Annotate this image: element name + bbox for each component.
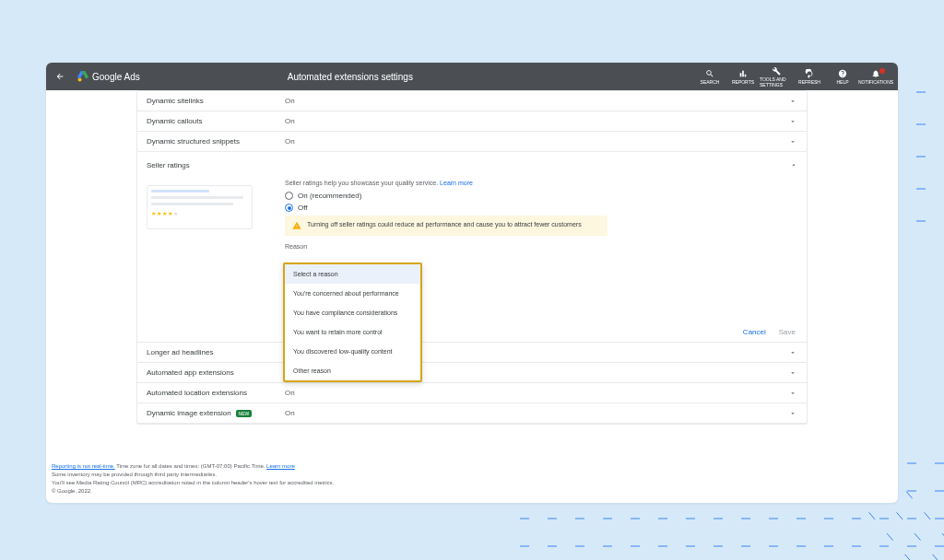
- refresh-icon: [805, 69, 814, 78]
- row-longer-ad-headlines[interactable]: Longer ad headlines On: [137, 343, 807, 363]
- row-value: On: [285, 97, 779, 105]
- svg-rect-15: [82, 71, 88, 79]
- expand-icon: [779, 118, 807, 125]
- toolbar-buttons: SEARCH REPORTS TOOLS AND SETTINGS REFRES…: [693, 66, 898, 88]
- reports-icon: [738, 69, 748, 78]
- reporting-link[interactable]: Reporting is not real-time.: [52, 463, 115, 469]
- learn-more-link[interactable]: Learn more: [440, 180, 473, 186]
- help-button[interactable]: HELP: [826, 66, 859, 88]
- row-value: On: [285, 137, 779, 146]
- search-icon: [705, 69, 714, 78]
- dropdown-option[interactable]: You want to retain more control: [285, 322, 420, 342]
- svg-rect-17: [742, 70, 744, 76]
- warning-banner: Turning off seller ratings could reduce …: [285, 216, 608, 236]
- row-label: Dynamic structured snippets: [147, 137, 240, 146]
- reason-dropdown[interactable]: Select a reason You're concerned about p…: [283, 262, 422, 382]
- footer-text: Reporting is not real-time. Time zone fo…: [52, 462, 334, 496]
- row-value: On: [285, 389, 779, 397]
- expand-icon: [779, 138, 807, 146]
- learn-more-link[interactable]: Learn more: [266, 463, 295, 469]
- dropdown-option[interactable]: You're concerned about performance: [285, 284, 420, 303]
- expand-icon: [779, 98, 807, 105]
- svg-rect-18: [745, 74, 747, 76]
- expand-icon: [779, 410, 807, 417]
- cancel-button[interactable]: Cancel: [743, 328, 766, 336]
- row-label: Dynamic sitelinks: [147, 97, 204, 105]
- dropdown-option[interactable]: You discovered low-quality content: [285, 342, 420, 361]
- row-automated-location-extensions[interactable]: Automated location extensions On: [137, 383, 807, 403]
- help-icon: [838, 69, 847, 78]
- row-label: Seller ratings: [147, 161, 285, 170]
- expand-icon: [779, 369, 807, 377]
- content-area: Dynamic sitelinks On Dynamic callouts On…: [46, 90, 898, 425]
- row-label: Automated location extensions: [147, 389, 247, 397]
- row-label: Longer ad headlines: [147, 348, 214, 356]
- row-seller-ratings-expanded: Seller ratings ★★★★★ Seller ratings help…: [137, 152, 807, 343]
- back-button[interactable]: [46, 72, 74, 81]
- expand-icon: [779, 390, 807, 397]
- collapse-icon[interactable]: [790, 161, 797, 170]
- dropdown-option-placeholder[interactable]: Select a reason: [285, 264, 420, 284]
- star-rating-icon: ★★★★★: [151, 211, 248, 216]
- row-dynamic-image-extension[interactable]: Dynamic image extension NEW On: [137, 403, 807, 424]
- svg-rect-16: [740, 73, 742, 76]
- row-value: On: [285, 117, 779, 125]
- radio-off[interactable]: Off: [285, 204, 807, 212]
- row-dynamic-sitelinks[interactable]: Dynamic sitelinks On: [137, 91, 807, 111]
- action-bar: Cancel Save: [137, 322, 807, 342]
- row-label: Dynamic image extension: [147, 409, 231, 417]
- notifications-button[interactable]: NOTIFICATIONS: [859, 66, 892, 88]
- row-dynamic-structured-snippets[interactable]: Dynamic structured snippets On: [137, 132, 807, 152]
- product-logo: Google Ads: [74, 71, 140, 82]
- radio-on[interactable]: On (recommended): [285, 192, 807, 200]
- row-dynamic-callouts[interactable]: Dynamic callouts On: [137, 111, 807, 132]
- warning-icon: [292, 221, 301, 230]
- app-shell: Google Ads Automated extensions settings…: [46, 63, 898, 503]
- save-button[interactable]: Save: [779, 328, 796, 336]
- row-automated-app-extensions[interactable]: Automated app extensions On: [137, 363, 807, 383]
- radio-icon: [285, 192, 293, 200]
- radio-icon: [285, 204, 293, 212]
- reports-button[interactable]: REPORTS: [726, 66, 760, 88]
- topbar: Google Ads Automated extensions settings…: [46, 63, 898, 90]
- expand-icon: [779, 349, 807, 356]
- wrench-icon: [772, 66, 781, 76]
- notification-badge: [879, 68, 885, 74]
- tools-settings-button[interactable]: TOOLS AND SETTINGS: [760, 66, 793, 88]
- refresh-button[interactable]: REFRESH: [793, 66, 826, 88]
- settings-list: Dynamic sitelinks On Dynamic callouts On…: [136, 90, 808, 425]
- row-label: Dynamic callouts: [147, 117, 202, 125]
- row-label: Automated app extensions: [147, 368, 234, 377]
- row-value: On: [285, 409, 779, 417]
- dropdown-option[interactable]: Other reason: [285, 361, 420, 380]
- page-title: Automated extensions settings: [288, 72, 413, 82]
- google-ads-icon: [77, 71, 88, 82]
- new-badge: NEW: [236, 410, 253, 417]
- product-name: Google Ads: [92, 72, 140, 82]
- dropdown-option[interactable]: You have compliance considerations: [285, 303, 420, 322]
- seller-ratings-preview: ★★★★★: [147, 185, 253, 229]
- search-button[interactable]: SEARCH: [693, 66, 726, 88]
- description-text: Seller ratings help you showcase your qu…: [285, 180, 807, 186]
- reason-label: Reason: [285, 243, 807, 250]
